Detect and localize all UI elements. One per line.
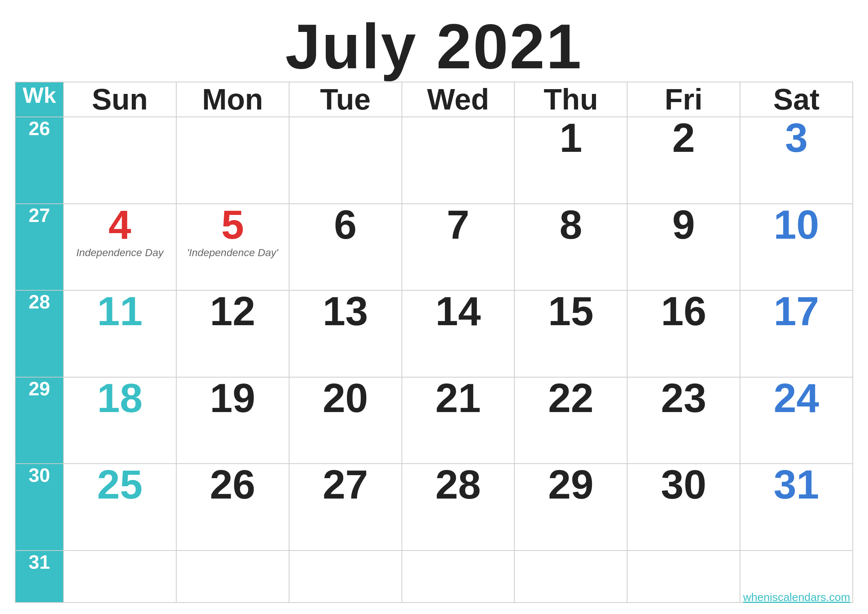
day-cell-28-4: 15: [515, 290, 627, 377]
day-cell-27-6: 10: [740, 204, 853, 291]
day-number: 19: [177, 378, 289, 419]
week-num-31: 31: [15, 550, 64, 603]
day-number: 2: [628, 117, 739, 158]
day-cell-31-4: [515, 550, 627, 603]
header-fri: Fri: [627, 82, 740, 117]
calendar-row-30: 3025262728293031: [15, 464, 853, 550]
day-number: 23: [628, 378, 739, 419]
week-num-27: 27: [15, 204, 64, 291]
day-cell-27-0: 4Independence Day: [64, 204, 176, 291]
day-number: 22: [515, 378, 627, 419]
day-cell-26-5: 2: [627, 117, 740, 204]
day-cell-29-5: 23: [627, 377, 740, 464]
day-cell-27-5: 9: [627, 204, 740, 291]
day-number: 5: [177, 204, 289, 245]
day-number: 12: [177, 291, 289, 332]
day-number: 6: [290, 204, 401, 245]
day-cell-27-2: 6: [289, 204, 402, 291]
day-number: 29: [515, 464, 627, 505]
day-cell-30-2: 27: [289, 464, 402, 550]
day-cell-26-4: 1: [515, 117, 627, 204]
day-cell-26-2: [289, 117, 402, 204]
day-cell-30-4: 29: [515, 464, 627, 550]
day-cell-27-4: 8: [515, 204, 627, 291]
day-cell-29-6: 24: [740, 377, 853, 464]
day-cell-29-2: 20: [289, 377, 402, 464]
day-cell-29-1: 19: [176, 377, 289, 464]
day-number: 17: [740, 291, 852, 332]
header-tue: Tue: [289, 82, 402, 117]
day-cell-29-0: 18: [64, 377, 176, 464]
day-cell-26-0: [64, 117, 176, 204]
day-number: 26: [177, 464, 289, 505]
header-sat: Sat: [740, 82, 853, 117]
day-cell-30-0: 25: [64, 464, 176, 550]
day-cell-31-5: [627, 550, 740, 603]
calendar-table: Wk Sun Mon Tue Wed Thu Fri Sat 26123274I…: [15, 82, 853, 603]
day-number: 15: [515, 291, 627, 332]
day-number: 31: [740, 464, 852, 505]
day-number: 10: [740, 204, 852, 245]
day-number: 28: [402, 464, 515, 505]
day-cell-28-1: 12: [176, 290, 289, 377]
calendar-row-29: 2918192021222324: [15, 377, 853, 464]
day-number: 21: [402, 378, 515, 419]
day-number: 30: [628, 464, 739, 505]
day-number: 27: [290, 464, 401, 505]
calendar-row-31: 31: [15, 550, 853, 603]
day-number: 20: [290, 378, 401, 419]
header-mon: Mon: [176, 82, 289, 117]
day-cell-31-0: [64, 550, 176, 603]
day-cell-28-0: 11: [64, 290, 176, 377]
day-cell-28-2: 13: [289, 290, 402, 377]
day-number: 11: [64, 291, 176, 332]
week-num-29: 29: [15, 377, 64, 464]
header-sun: Sun: [64, 82, 176, 117]
month-title: July 2021: [15, 11, 853, 78]
day-number: 7: [402, 204, 515, 245]
calendar-body: 26123274Independence Day5'Independence D…: [15, 117, 853, 603]
week-num-28: 28: [15, 290, 64, 377]
day-cell-29-3: 21: [402, 377, 515, 464]
header-row: Wk Sun Mon Tue Wed Thu Fri Sat: [15, 82, 853, 117]
day-cell-27-3: 7: [402, 204, 515, 291]
day-number: 18: [64, 378, 176, 419]
day-number: 9: [628, 204, 739, 245]
day-number: 16: [628, 291, 739, 332]
watermark[interactable]: wheniscalendars.com: [743, 591, 850, 604]
day-cell-30-1: 26: [176, 464, 289, 550]
day-cell-26-3: [402, 117, 515, 204]
day-cell-26-1: [176, 117, 289, 204]
day-cell-31-3: [402, 550, 515, 603]
holiday-label: 'Independence Day': [177, 247, 289, 259]
day-cell-31-1: [176, 550, 289, 603]
day-number: 3: [740, 117, 852, 158]
calendar-row-26: 26123: [15, 117, 853, 204]
calendar-wrap: Wk Sun Mon Tue Wed Thu Fri Sat 26123274I…: [15, 82, 853, 603]
header-thu: Thu: [515, 82, 627, 117]
week-num-30: 30: [15, 464, 64, 550]
day-number: 4: [64, 204, 176, 245]
week-num-26: 26: [15, 117, 64, 204]
day-cell-30-3: 28: [402, 464, 515, 550]
day-cell-29-4: 22: [515, 377, 627, 464]
day-cell-30-6: 31: [740, 464, 853, 550]
day-cell-28-3: 14: [402, 290, 515, 377]
calendar-row-27: 274Independence Day5'Independence Day'67…: [15, 204, 853, 291]
header-wed: Wed: [402, 82, 515, 117]
calendar-row-28: 2811121314151617: [15, 290, 853, 377]
day-number: 8: [515, 204, 627, 245]
wk-header: Wk: [15, 82, 64, 117]
day-cell-28-5: 16: [627, 290, 740, 377]
day-number: 25: [64, 464, 176, 505]
day-number: 24: [740, 378, 852, 419]
day-cell-26-6: 3: [740, 117, 853, 204]
page: July 2021 Wk Sun Mon Tue Wed Thu Fri Sat…: [0, 0, 868, 614]
day-number: 1: [515, 117, 627, 158]
day-number: 13: [290, 291, 401, 332]
day-cell-27-1: 5'Independence Day': [176, 204, 289, 291]
holiday-label: Independence Day: [64, 247, 176, 259]
day-cell-30-5: 30: [627, 464, 740, 550]
day-cell-31-2: [289, 550, 402, 603]
day-number: 14: [402, 291, 515, 332]
